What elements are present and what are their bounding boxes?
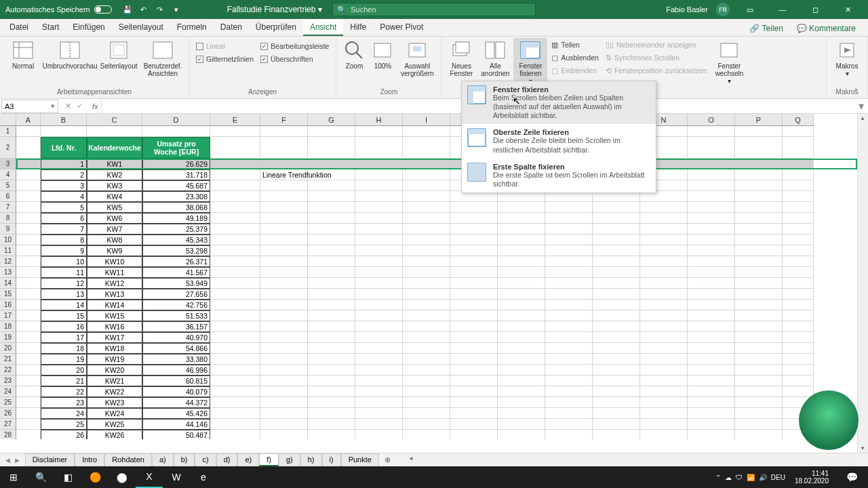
cell-E20[interactable] [210, 343, 260, 354]
cell-K23[interactable] [498, 375, 545, 386]
cell-E8[interactable] [210, 213, 260, 224]
cell-D7[interactable]: 38.068 [142, 202, 210, 213]
undo-icon[interactable]: ↶ [139, 5, 149, 14]
cell-H9[interactable] [355, 224, 403, 235]
cell-A24[interactable] [16, 386, 41, 397]
cell-A9[interactable] [16, 224, 41, 235]
cell-G24[interactable] [308, 386, 355, 397]
cell-D27[interactable]: 44.146 [142, 419, 210, 430]
cell-Q1[interactable] [783, 126, 814, 137]
headings-checkbox[interactable]: Überschriften [258, 54, 332, 64]
row-header-3[interactable]: 3 [0, 159, 16, 169]
col-header-H[interactable]: H [355, 114, 403, 125]
row-header-21[interactable]: 21 [0, 354, 16, 365]
row-header-27[interactable]: 27 [0, 419, 16, 430]
cell-E12[interactable] [210, 256, 260, 267]
cell-N20[interactable] [640, 343, 688, 354]
cell-K9[interactable] [498, 224, 545, 235]
row-header-24[interactable]: 24 [0, 386, 16, 397]
cell-Q23[interactable] [783, 375, 814, 386]
cell-M23[interactable] [593, 375, 640, 386]
cell-J27[interactable] [450, 419, 498, 430]
cell-F11[interactable] [260, 245, 308, 256]
cell-O25[interactable] [688, 397, 735, 408]
cell-D16[interactable]: 42.756 [142, 300, 210, 310]
cell-F14[interactable] [260, 278, 308, 289]
cell-H26[interactable] [355, 408, 403, 419]
cell-Q3[interactable] [783, 159, 814, 169]
cell-L12[interactable] [545, 256, 593, 267]
cell-F9[interactable] [260, 224, 308, 235]
cell-K21[interactable] [498, 354, 545, 365]
cell-P23[interactable] [735, 375, 783, 386]
cell-J15[interactable] [450, 289, 498, 300]
cell-N18[interactable] [640, 321, 688, 332]
tray-icon-1[interactable]: ☁ [725, 474, 732, 481]
cell-F1[interactable] [260, 126, 308, 137]
cell-C8[interactable]: KW6 [87, 213, 142, 224]
cell-D6[interactable]: 23.308 [142, 191, 210, 202]
cell-H7[interactable] [355, 202, 403, 213]
cell-N12[interactable] [640, 256, 688, 267]
cell-B13[interactable]: 11 [41, 267, 87, 278]
cell-D1[interactable] [142, 126, 210, 137]
cell-P7[interactable] [735, 202, 783, 213]
cell-F12[interactable] [260, 256, 308, 267]
cell-O9[interactable] [688, 224, 735, 235]
cell-L13[interactable] [545, 267, 593, 278]
collapse-ribbon-icon[interactable]: ⌃ [853, 87, 864, 96]
cell-C10[interactable]: KW8 [87, 235, 142, 245]
cell-A19[interactable] [16, 332, 41, 343]
row-header-22[interactable]: 22 [0, 365, 16, 375]
edge-taskbar-icon[interactable]: e [190, 466, 217, 488]
row-header-1[interactable]: 1 [0, 126, 16, 137]
cell-C15[interactable]: KW13 [87, 289, 142, 300]
share-button[interactable]: 🔗 Teilen [743, 21, 789, 36]
tab-datei[interactable]: Datei [3, 20, 35, 36]
cell-G18[interactable] [308, 321, 355, 332]
cell-K17[interactable] [498, 310, 545, 321]
cell-E28[interactable] [210, 430, 260, 439]
search-input[interactable]: 🔍 Suchen [332, 3, 536, 16]
sheet-tab-Rohdaten[interactable]: Rohdaten [104, 453, 152, 466]
cell-grid[interactable]: Lfd. Nr.KalenderwocheUmsatz pro Woche [E… [16, 126, 857, 439]
cell-G21[interactable] [308, 354, 355, 365]
custom-view-button[interactable]: Benutzerdef. Ansichten [141, 38, 184, 79]
cell-P22[interactable] [735, 365, 783, 375]
cell-B8[interactable]: 6 [41, 213, 87, 224]
cell-A27[interactable] [16, 419, 41, 430]
cell-B20[interactable]: 18 [41, 343, 87, 354]
cell-B2[interactable]: Lfd. Nr. [41, 137, 87, 159]
cell-C20[interactable]: KW18 [87, 343, 142, 354]
tray-lang-icon[interactable]: DEU [771, 474, 785, 481]
cell-J14[interactable] [450, 278, 498, 289]
cell-Q16[interactable] [783, 300, 814, 310]
cell-N16[interactable] [640, 300, 688, 310]
cell-H18[interactable] [355, 321, 403, 332]
col-header-E[interactable]: E [210, 114, 260, 125]
cell-C11[interactable]: KW9 [87, 245, 142, 256]
cell-M14[interactable] [593, 278, 640, 289]
cell-P11[interactable] [735, 245, 783, 256]
cell-O24[interactable] [688, 386, 735, 397]
cell-A12[interactable] [16, 256, 41, 267]
app-icon-2[interactable]: ⬤ [108, 466, 136, 488]
cell-L27[interactable] [545, 419, 593, 430]
gridlines-checkbox[interactable]: Gitternetzlinien [193, 54, 256, 64]
cell-G19[interactable] [308, 332, 355, 343]
cell-J22[interactable] [450, 365, 498, 375]
cell-O21[interactable] [688, 354, 735, 365]
cell-M25[interactable] [593, 397, 640, 408]
cell-D3[interactable]: 26.629 [142, 159, 210, 169]
cell-K19[interactable] [498, 332, 545, 343]
normal-view-button[interactable]: Normal [4, 38, 42, 71]
cell-D12[interactable]: 26.371 [142, 256, 210, 267]
cell-B10[interactable]: 8 [41, 235, 87, 245]
row-header-18[interactable]: 18 [0, 321, 16, 332]
cell-A14[interactable] [16, 278, 41, 289]
cell-I12[interactable] [403, 256, 450, 267]
cell-B19[interactable]: 17 [41, 332, 87, 343]
cell-H13[interactable] [355, 267, 403, 278]
row-header-2[interactable]: 2 [0, 137, 16, 159]
cell-E25[interactable] [210, 397, 260, 408]
